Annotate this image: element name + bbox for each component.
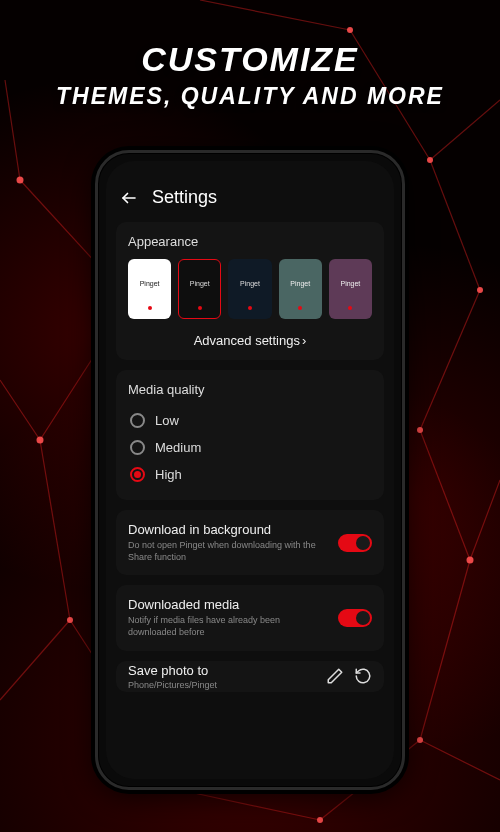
promo-line1: CUSTOMIZE: [0, 40, 500, 79]
theme-option-dark[interactable]: Pinget: [178, 259, 221, 319]
svg-line-7: [180, 790, 320, 820]
svg-point-21: [67, 617, 73, 623]
svg-point-26: [417, 427, 423, 433]
download-bg-title: Download in background: [128, 522, 328, 537]
svg-point-18: [17, 177, 24, 184]
svg-point-27: [477, 287, 483, 293]
svg-point-20: [37, 437, 44, 444]
promo-heading: CUSTOMIZE THEMES, QUALITY AND MORE: [0, 40, 500, 110]
downloaded-media-subtitle: Notify if media files have already been …: [128, 615, 328, 638]
theme-option-navy[interactable]: Pinget: [228, 259, 271, 319]
svg-line-5: [0, 620, 70, 700]
media-quality-title: Media quality: [128, 382, 372, 397]
theme-option-teal[interactable]: Pinget: [279, 259, 322, 319]
toggle-text: Downloaded media Notify if media files h…: [128, 597, 328, 638]
svg-point-23: [317, 817, 323, 823]
save-photo-card: Save photo to Phone/Pictures/Pinget: [116, 661, 384, 692]
save-text: Save photo to Phone/Pictures/Pinget: [128, 663, 316, 690]
save-photo-title: Save photo to: [128, 663, 316, 678]
radio-icon: [130, 440, 145, 455]
downloaded-media-card: Downloaded media Notify if media files h…: [116, 585, 384, 650]
reset-icon[interactable]: [354, 667, 372, 685]
svg-line-9: [420, 740, 500, 780]
downloaded-media-switch[interactable]: [338, 609, 372, 627]
download-background-card: Download in background Do not open Pinge…: [116, 510, 384, 575]
svg-point-25: [467, 557, 474, 564]
radio-icon: [130, 413, 145, 428]
downloaded-media-title: Downloaded media: [128, 597, 328, 612]
svg-line-14: [430, 160, 480, 290]
svg-line-13: [420, 290, 480, 430]
app-header: Settings: [106, 161, 394, 216]
theme-dot-icon: [348, 306, 352, 310]
theme-list: Pinget Pinget Pinget Pinget Pinget: [128, 259, 372, 319]
svg-line-10: [420, 560, 470, 740]
quality-label: Low: [155, 413, 179, 428]
svg-line-4: [40, 440, 70, 620]
quality-option-low[interactable]: Low: [128, 407, 372, 434]
advanced-settings-link[interactable]: Advanced settings ›: [128, 333, 372, 348]
download-bg-switch[interactable]: [338, 534, 372, 552]
page-title: Settings: [152, 187, 217, 208]
chevron-right-icon: ›: [302, 333, 306, 348]
app-screen: Settings Appearance Pinget Pinget Pinget…: [106, 161, 394, 779]
toggle-text: Download in background Do not open Pinge…: [128, 522, 328, 563]
theme-dot-icon: [298, 306, 302, 310]
theme-option-light[interactable]: Pinget: [128, 259, 171, 319]
svg-point-28: [427, 157, 433, 163]
theme-dot-icon: [148, 306, 152, 310]
download-bg-subtitle: Do not open Pinget when downloading with…: [128, 540, 328, 563]
svg-point-29: [347, 27, 353, 33]
svg-line-12: [420, 430, 470, 560]
promo-line2: THEMES, QUALITY AND MORE: [0, 83, 500, 110]
quality-option-high[interactable]: High: [128, 461, 372, 488]
advanced-settings-label: Advanced settings: [194, 333, 300, 348]
appearance-title: Appearance: [128, 234, 372, 249]
media-quality-card: Media quality Low Medium High: [116, 370, 384, 500]
back-icon[interactable]: [120, 189, 138, 207]
quality-option-medium[interactable]: Medium: [128, 434, 372, 461]
svg-line-11: [470, 480, 500, 560]
theme-option-purple[interactable]: Pinget: [329, 259, 372, 319]
save-photo-path: Phone/Pictures/Pinget: [128, 680, 316, 690]
phone-frame: Settings Appearance Pinget Pinget Pinget…: [95, 150, 405, 790]
appearance-card: Appearance Pinget Pinget Pinget Pinget P…: [116, 222, 384, 360]
edit-icon[interactable]: [326, 667, 344, 685]
quality-label: High: [155, 467, 182, 482]
radio-icon: [130, 467, 145, 482]
svg-point-24: [417, 737, 423, 743]
theme-dot-icon: [248, 306, 252, 310]
svg-line-17: [200, 0, 350, 30]
theme-dot-icon: [198, 306, 202, 310]
svg-line-3: [0, 380, 40, 440]
quality-label: Medium: [155, 440, 201, 455]
